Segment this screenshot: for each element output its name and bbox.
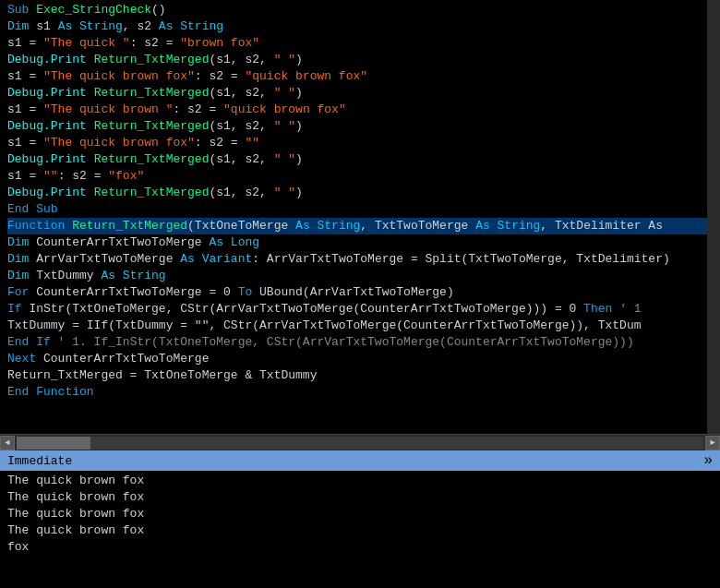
code-token: (s1, s2, bbox=[209, 152, 273, 166]
immediate-header-label: Immediate bbox=[7, 454, 72, 468]
code-token: If bbox=[7, 302, 29, 316]
code-line: s1 = "The quick brown ": s2 = "quick bro… bbox=[7, 102, 720, 118]
immediate-close-button[interactable]: » bbox=[703, 452, 713, 469]
code-line: End Function bbox=[7, 384, 720, 401]
code-token: " " bbox=[274, 86, 295, 100]
code-token: As Long bbox=[209, 235, 259, 249]
code-token: As String bbox=[58, 19, 123, 33]
code-line: Next CounterArrTxtTwoToMerge bbox=[7, 351, 720, 367]
code-token: Dim bbox=[7, 269, 36, 282]
code-token: " " bbox=[274, 186, 295, 199]
code-token: Next bbox=[7, 352, 43, 366]
code-token: "" bbox=[43, 169, 58, 183]
horizontal-scrollbar-track[interactable] bbox=[17, 437, 703, 450]
code-token: s1 = bbox=[7, 169, 43, 183]
code-token: Return_TxtMerged bbox=[94, 86, 210, 100]
code-token: : s2 = bbox=[130, 36, 181, 50]
code-token: Dim bbox=[7, 19, 36, 33]
code-token: Return_TxtMerged = TxtOneToMerge & TxtDu… bbox=[7, 368, 317, 382]
code-token: "The quick brown fox" bbox=[43, 69, 195, 83]
code-token: : s2 = bbox=[195, 69, 246, 83]
code-token: s1 = bbox=[7, 69, 43, 83]
code-line: For CounterArrTxtTwoToMerge = 0 To UBoun… bbox=[7, 284, 720, 301]
code-token: Return_TxtMerged bbox=[94, 152, 210, 166]
code-token: s1 = bbox=[7, 36, 43, 50]
code-token: (s1, s2, bbox=[209, 119, 273, 133]
code-line: Debug.Print Return_TxtMerged(s1, s2, " "… bbox=[7, 151, 720, 168]
scroll-right-button[interactable]: ► bbox=[705, 436, 720, 450]
code-token: ' 1. If_InStr(TxtOneToMerge, CStr(ArrVar… bbox=[51, 335, 634, 349]
code-token: "brown fox" bbox=[180, 36, 259, 50]
code-token: TxtDummy bbox=[36, 269, 101, 282]
code-token: Debug.Print bbox=[7, 152, 94, 166]
code-token: , TxtDelimiter As bbox=[540, 219, 663, 233]
code-token: "The quick " bbox=[43, 36, 130, 50]
code-token: Return_TxtMerged bbox=[72, 219, 187, 233]
code-line: Debug.Print Return_TxtMerged(s1, s2, " "… bbox=[7, 185, 720, 201]
code-token: "quick brown fox" bbox=[245, 69, 367, 83]
code-token: " " bbox=[274, 152, 295, 166]
code-token: Dim bbox=[7, 235, 36, 249]
code-line: TxtDummy = IIf(TxtDummy = "", CStr(ArrVa… bbox=[7, 318, 720, 334]
code-token: ) bbox=[295, 53, 303, 66]
code-token: Return_TxtMerged bbox=[94, 119, 210, 133]
code-token: (s1, s2, bbox=[209, 186, 273, 199]
output-line: fox bbox=[7, 539, 720, 556]
code-token: Dim bbox=[7, 252, 36, 266]
code-token: (s1, s2, bbox=[209, 53, 273, 66]
code-token: s1 bbox=[36, 19, 57, 33]
code-token: Exec_StringCheck bbox=[36, 3, 151, 17]
code-token: End If bbox=[7, 335, 51, 349]
code-line: End Sub bbox=[7, 201, 720, 218]
code-token: ( bbox=[187, 219, 195, 233]
code-token: Then bbox=[583, 302, 612, 316]
code-token: s1 = bbox=[7, 102, 43, 116]
code-line: s1 = "The quick ": s2 = "brown fox" bbox=[7, 35, 720, 52]
code-token: Return_TxtMerged bbox=[94, 186, 210, 199]
output-line: The quick brown fox bbox=[7, 522, 720, 539]
code-token: TxtOneToMerge bbox=[195, 219, 295, 233]
scroll-left-button[interactable]: ◄ bbox=[0, 436, 15, 450]
code-token: End Sub bbox=[7, 202, 58, 216]
code-token: CounterArrTxtTwoToMerge bbox=[36, 235, 209, 249]
output-line: The quick brown fox bbox=[7, 506, 720, 522]
code-line: Function Return_TxtMerged(TxtOneToMerge … bbox=[7, 218, 720, 234]
code-token: ' 1 bbox=[612, 302, 641, 316]
horizontal-scroll-area[interactable]: ◄ ► bbox=[0, 434, 720, 450]
code-token: ) bbox=[295, 186, 303, 199]
code-token: InStr(TxtOneToMerge, CStr(ArrVarTxtTwoTo… bbox=[29, 302, 583, 316]
code-line: Return_TxtMerged = TxtOneToMerge & TxtDu… bbox=[7, 367, 720, 384]
code-token: Debug.Print bbox=[7, 53, 94, 66]
code-token: : s2 = bbox=[58, 169, 109, 183]
code-token: : s2 = bbox=[173, 102, 223, 116]
code-token: ArrVarTxtTwoToMerge bbox=[36, 252, 180, 266]
code-token: As String bbox=[159, 19, 223, 33]
code-token: : s2 = bbox=[195, 136, 246, 150]
horizontal-scrollbar-thumb[interactable] bbox=[17, 437, 90, 450]
vertical-scrollbar[interactable] bbox=[707, 0, 720, 434]
code-line: s1 = "The quick brown fox": s2 = "" bbox=[7, 135, 720, 151]
code-token: To bbox=[238, 285, 259, 299]
output-line: The quick brown fox bbox=[7, 473, 720, 489]
code-content: Sub Exec_StringCheck()Dim s1 As String, … bbox=[0, 0, 720, 402]
code-token: Debug.Print bbox=[7, 119, 94, 133]
code-token: End Function bbox=[7, 385, 94, 399]
code-token: , TxtTwoToMerge bbox=[360, 219, 475, 233]
code-token: () bbox=[151, 3, 166, 17]
code-token: For bbox=[7, 285, 36, 299]
code-token: Debug.Print bbox=[7, 186, 94, 199]
code-token: (s1, s2, bbox=[209, 86, 273, 100]
code-token: "The quick brown " bbox=[43, 102, 173, 116]
code-token: Function bbox=[7, 219, 72, 233]
code-token: ) bbox=[295, 152, 303, 166]
code-line: Debug.Print Return_TxtMerged(s1, s2, " "… bbox=[7, 52, 720, 68]
code-token: UBound(ArrVarTxtTwoToMerge) bbox=[259, 285, 454, 299]
code-token: As String bbox=[475, 219, 540, 233]
code-token: Sub bbox=[7, 3, 36, 17]
code-token: As String bbox=[101, 269, 165, 282]
code-line: Debug.Print Return_TxtMerged(s1, s2, " "… bbox=[7, 118, 720, 135]
code-line: Dim ArrVarTxtTwoToMerge As Variant: ArrV… bbox=[7, 251, 720, 268]
code-token: Return_TxtMerged bbox=[94, 53, 210, 66]
code-token: "fox" bbox=[108, 169, 144, 183]
code-token: "" bbox=[245, 136, 259, 150]
